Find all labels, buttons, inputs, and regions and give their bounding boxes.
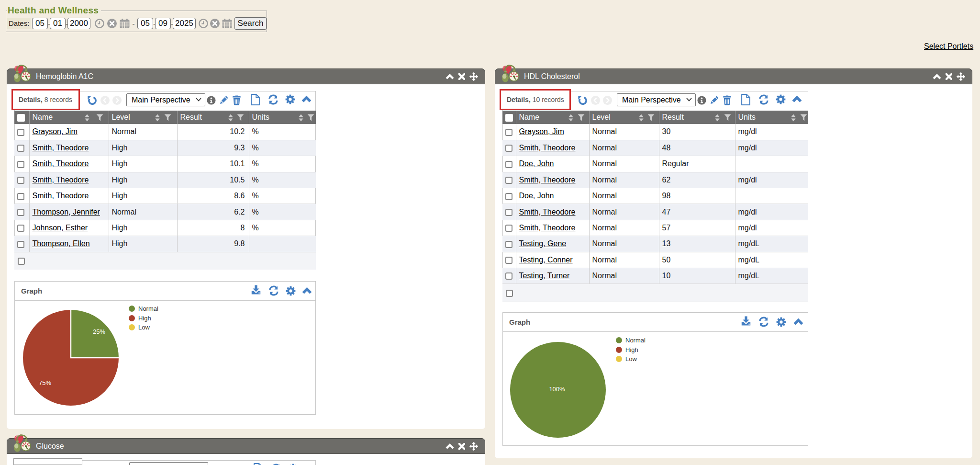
svg-text:100%: 100% (549, 386, 565, 393)
svg-text:25%: 25% (93, 328, 105, 335)
svg-text:75%: 75% (39, 379, 51, 386)
